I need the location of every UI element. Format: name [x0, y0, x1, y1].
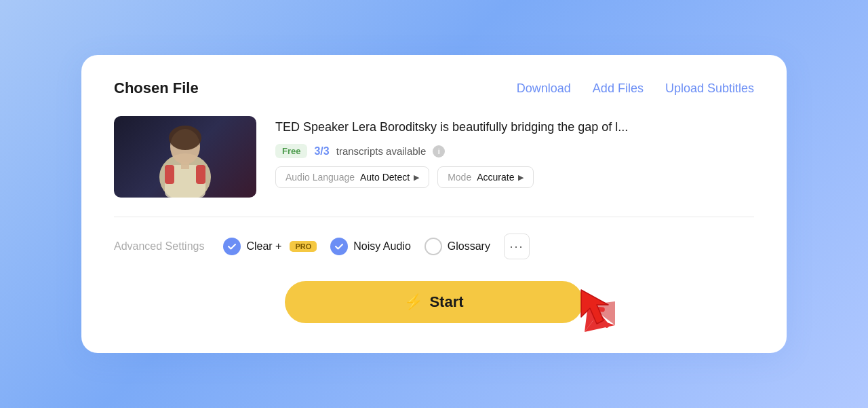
advanced-settings-row: Advanced Settings Clear + PRO Noisy Audi… — [114, 234, 754, 259]
red-cursor-icon — [578, 286, 622, 333]
options-row: Audio Language Auto Detect ▶ Mode Accura… — [275, 166, 754, 188]
svg-marker-7 — [585, 318, 615, 332]
start-button-row: ⚡ Start — [114, 281, 754, 323]
upload-subtitles-button[interactable]: Upload Subtitles — [665, 81, 754, 96]
cursor-arrow-icon — [578, 295, 618, 335]
start-button[interactable]: ⚡ Start — [285, 281, 583, 323]
svg-rect-6 — [181, 162, 189, 169]
chosen-file-label: Chosen File — [114, 79, 199, 97]
free-badge: Free — [275, 144, 307, 158]
main-card: Chosen File Download Add Files Upload Su… — [81, 55, 787, 353]
file-details: TED Speaker Lera Boroditsky is beautiful… — [275, 116, 754, 188]
audio-language-value: Auto Detect — [360, 172, 410, 183]
audio-language-pill[interactable]: Audio Language Auto Detect ▶ — [275, 166, 429, 188]
mode-pill[interactable]: Mode Accurate ▶ — [437, 166, 534, 188]
svg-marker-9 — [588, 301, 615, 325]
mode-arrow: ▶ — [518, 173, 524, 182]
noisy-audio-toggle[interactable]: Noisy Audio — [330, 238, 411, 255]
clear-check-circle — [223, 238, 241, 255]
transcripts-count: 3/3 — [314, 145, 329, 157]
mode-label: Mode — [448, 172, 471, 183]
add-files-button[interactable]: Add Files — [593, 81, 644, 96]
file-thumbnail — [114, 116, 256, 198]
svg-rect-5 — [196, 165, 205, 184]
clear-toggle[interactable]: Clear + PRO — [223, 238, 317, 255]
svg-marker-10 — [581, 290, 608, 324]
noisy-audio-checkmark-icon — [334, 242, 344, 251]
clear-label: Clear + — [246, 240, 281, 253]
glossary-toggle[interactable]: Glossary — [425, 238, 490, 255]
advanced-settings-label: Advanced Settings — [114, 240, 204, 253]
audio-language-arrow: ▶ — [414, 173, 419, 182]
header-actions: Download Add Files Upload Subtitles — [517, 81, 754, 96]
mode-value: Accurate — [477, 172, 514, 183]
glossary-empty-circle — [425, 238, 442, 255]
transcripts-row: Free 3/3 transcripts available i — [275, 144, 754, 158]
file-title: TED Speaker Lera Boroditsky is beautiful… — [275, 119, 754, 136]
divider — [114, 217, 754, 217]
info-icon[interactable]: i — [433, 145, 445, 157]
bolt-icon: ⚡ — [404, 293, 422, 311]
glossary-label: Glossary — [448, 240, 490, 253]
noisy-audio-check-circle — [330, 238, 348, 255]
svg-rect-4 — [165, 165, 174, 184]
audio-language-label: Audio Language — [285, 172, 355, 183]
clear-checkmark-icon — [227, 242, 237, 251]
more-options-button[interactable]: ··· — [504, 234, 530, 259]
header-row: Chosen File Download Add Files Upload Su… — [114, 79, 754, 97]
transcripts-text: transcripts available — [336, 145, 427, 157]
start-label: Start — [429, 293, 463, 311]
pro-badge: PRO — [290, 241, 317, 252]
file-row: TED Speaker Lera Boroditsky is beautiful… — [114, 116, 754, 198]
noisy-audio-label: Noisy Audio — [353, 240, 411, 253]
download-button[interactable]: Download — [517, 81, 571, 96]
svg-point-2 — [169, 126, 201, 150]
svg-marker-8 — [585, 305, 595, 332]
